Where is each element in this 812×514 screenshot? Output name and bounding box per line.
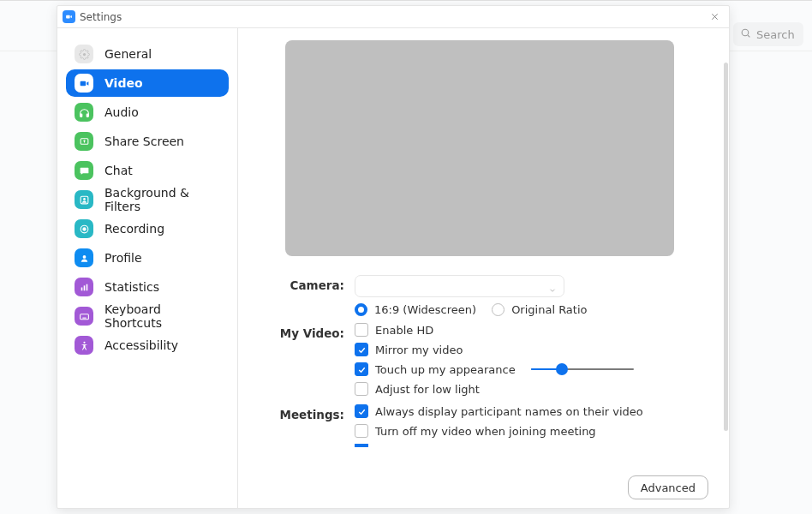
sidebar-item-label: General <box>104 47 152 61</box>
camera-label: Camera: <box>262 275 355 292</box>
ratio-original-radio[interactable]: Original Ratio <box>492 303 587 316</box>
share-screen-icon <box>75 132 93 151</box>
low-light-checkbox[interactable]: Adjust for low light <box>355 382 696 396</box>
checkbox-label: Turn off my video when joining meeting <box>375 425 596 438</box>
sidebar-item-label: Share Screen <box>104 134 184 148</box>
sidebar-item-statistics[interactable]: Statistics <box>66 273 229 301</box>
record-icon <box>75 219 93 238</box>
sidebar-item-general[interactable]: General <box>66 40 229 68</box>
video-icon <box>75 74 93 93</box>
search-box[interactable]: Search <box>733 22 803 46</box>
svg-rect-15 <box>81 287 82 290</box>
svg-line-1 <box>748 35 749 37</box>
sidebar-item-label: Recording <box>104 222 164 236</box>
camera-dropdown[interactable] <box>355 275 564 297</box>
background-icon <box>75 190 93 209</box>
sidebar-item-keyboard-shortcuts[interactable]: Keyboard Shortcuts <box>66 302 229 330</box>
scrollbar[interactable] <box>724 63 728 431</box>
my-video-label: My Video: <box>262 323 355 340</box>
svg-point-23 <box>83 341 85 343</box>
checkbox-label: Adjust for low light <box>375 383 480 396</box>
checkbox-checked-icon <box>355 343 368 356</box>
svg-rect-8 <box>87 114 88 117</box>
search-placeholder: Search <box>756 28 795 41</box>
svg-rect-16 <box>83 285 85 290</box>
checkbox-icon <box>355 323 368 337</box>
settings-window: Settings General Video <box>57 5 730 509</box>
sidebar-item-label: Profile <box>104 251 142 265</box>
chat-icon <box>75 161 93 180</box>
sidebar-item-recording[interactable]: Recording <box>66 215 229 242</box>
sidebar-item-label: Video <box>104 76 143 90</box>
always-names-checkbox[interactable]: Always display participant names on thei… <box>355 404 696 418</box>
sidebar-item-profile[interactable]: Profile <box>66 244 229 272</box>
sidebar-item-label: Audio <box>104 105 139 119</box>
touch-up-checkbox[interactable]: Touch up my appearance <box>355 362 516 376</box>
radio-label: Original Ratio <box>511 303 587 316</box>
svg-point-5 <box>82 52 85 55</box>
stats-icon <box>75 278 93 296</box>
settings-content: Camera: 16:9 (Widescreen) <box>238 28 729 508</box>
zoom-app-icon <box>63 10 75 23</box>
svg-rect-2 <box>66 15 70 19</box>
sidebar-item-chat[interactable]: Chat <box>66 157 229 184</box>
svg-point-11 <box>83 198 86 200</box>
sidebar-item-background-filters[interactable]: Background & Filters <box>66 186 229 213</box>
slider-thumb[interactable] <box>556 363 568 375</box>
checkbox-icon <box>355 424 368 438</box>
radio-icon <box>492 303 505 316</box>
accessibility-icon <box>75 336 93 355</box>
svg-rect-17 <box>86 284 87 290</box>
sidebar-item-label: Background & Filters <box>104 186 220 213</box>
checkbox-icon <box>355 382 368 396</box>
checkbox-checked-icon <box>355 444 368 447</box>
sidebar-item-accessibility[interactable]: Accessibility <box>66 332 229 359</box>
close-button[interactable] <box>707 9 722 25</box>
window-title: Settings <box>80 11 122 23</box>
titlebar: Settings <box>57 6 729 28</box>
checkbox-checked-icon <box>355 362 368 376</box>
keyboard-icon <box>75 307 93 326</box>
touch-up-slider[interactable] <box>531 363 634 375</box>
advanced-button[interactable]: Advanced <box>628 475 708 499</box>
sidebar-item-label: Keyboard Shortcuts <box>104 302 220 330</box>
search-icon <box>740 27 751 41</box>
checkbox-label: Enable HD <box>375 324 433 337</box>
checkbox-label: Touch up my appearance <box>375 363 516 376</box>
sidebar-item-video[interactable]: Video <box>66 69 229 97</box>
truncated-checkbox[interactable] <box>355 444 696 447</box>
svg-rect-7 <box>80 114 81 117</box>
checkbox-checked-icon <box>355 404 368 418</box>
chevron-down-icon <box>548 282 557 298</box>
ratio-169-radio[interactable]: 16:9 (Widescreen) <box>355 303 476 316</box>
checkbox-label: Always display participant names on thei… <box>375 405 643 418</box>
gear-icon <box>75 45 93 63</box>
sidebar-item-label: Chat <box>104 164 133 177</box>
svg-point-13 <box>82 227 86 230</box>
video-preview <box>285 40 674 256</box>
meetings-label: Meetings: <box>262 404 355 421</box>
headphones-icon <box>75 103 93 122</box>
checkbox-label: Mirror my video <box>375 344 463 356</box>
svg-rect-18 <box>80 314 88 319</box>
sidebar-item-label: Accessibility <box>104 338 178 352</box>
sidebar-item-share-screen[interactable]: Share Screen <box>66 128 229 155</box>
mirror-video-checkbox[interactable]: Mirror my video <box>355 343 696 356</box>
sidebar-item-label: Statistics <box>104 280 159 294</box>
radio-label: 16:9 (Widescreen) <box>374 303 476 316</box>
sidebar-item-audio[interactable]: Audio <box>66 99 229 126</box>
svg-point-0 <box>742 29 749 36</box>
radio-selected-icon <box>355 303 367 316</box>
svg-point-14 <box>82 254 86 258</box>
settings-sidebar: General Video Audio Share Screen <box>57 28 238 508</box>
app-topbar-border <box>0 0 812 1</box>
profile-icon <box>75 248 93 267</box>
enable-hd-checkbox[interactable]: Enable HD <box>355 323 696 337</box>
turn-off-join-checkbox[interactable]: Turn off my video when joining meeting <box>355 424 696 438</box>
svg-rect-6 <box>80 81 86 85</box>
